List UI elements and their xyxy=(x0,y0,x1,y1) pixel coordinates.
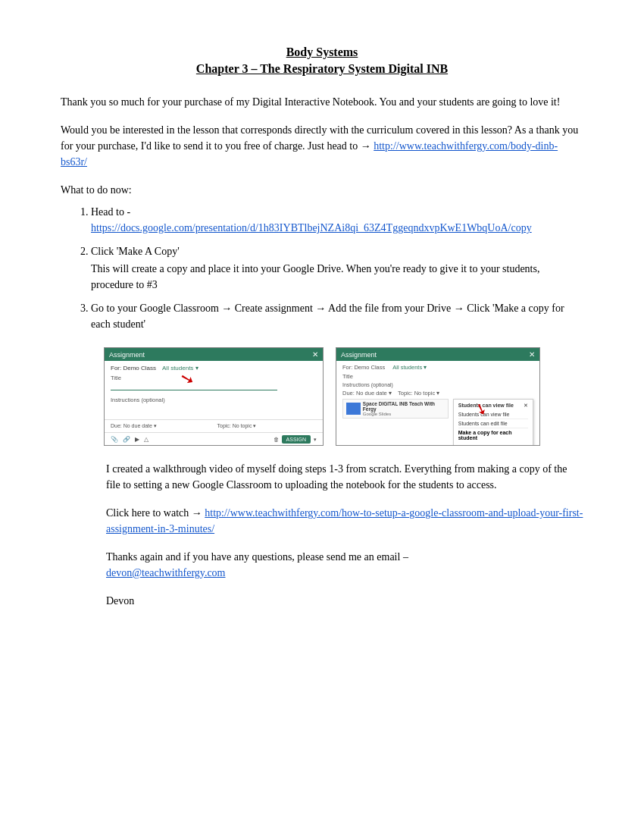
intro-paragraph1: Thank you so much for your purchase of m… xyxy=(61,94,583,110)
student-options-box: Students can view file ✕ Students can vi… xyxy=(453,399,533,446)
title-line1: Body Systems xyxy=(61,45,583,59)
thanks-paragraph: Thanks again and if you have any questio… xyxy=(106,549,583,581)
file-box: Space DIGITAL INB Teach With Fergy Googl… xyxy=(342,399,449,419)
ss-right-topic: Topic: No topic ▾ xyxy=(398,390,439,397)
ss-left-students: All students ▾ xyxy=(162,365,199,372)
signature: Devon xyxy=(106,593,583,609)
step2-label: Click 'Make A Copy' xyxy=(91,246,180,257)
ss-right-due: Due: No due date ▾ xyxy=(342,390,392,397)
ss-left-title-input[interactable] xyxy=(111,383,277,390)
step1-label: Head to - xyxy=(91,206,130,218)
ss-right-class-row: For: Demo Class All students ▾ xyxy=(342,364,533,371)
option2: Students can edit file xyxy=(458,419,528,428)
title-line2: Chapter 3 – The Respiratory System Digit… xyxy=(61,62,583,76)
ss-left-header: Assignment ✕ xyxy=(105,348,323,361)
link-icon: 🔗 xyxy=(123,436,130,443)
ss-left-class: For: Demo Class xyxy=(111,365,156,372)
student-options-close: ✕ xyxy=(524,403,528,409)
attach-icon: 📎 xyxy=(111,436,118,443)
student-options-title: Students can view file xyxy=(458,403,514,409)
video-section: I created a walkthrough video of myself … xyxy=(106,461,583,609)
thanks-text: Thanks again and if you have any questio… xyxy=(106,551,408,563)
ss-left-due: Due: No due date ▾ xyxy=(111,423,157,429)
ss-right-title-label: Title xyxy=(342,373,533,380)
ss-left-title-label: Title xyxy=(111,375,317,381)
ss-left-body: For: Demo Class All students ▾ Title Ins… xyxy=(105,361,323,419)
ss-right-title: Assignment xyxy=(341,351,377,359)
option1: Students can view file xyxy=(458,410,528,419)
ss-right-close: ✕ xyxy=(529,350,535,359)
step2-sub: This will create a copy and place it int… xyxy=(91,261,583,293)
step-1: Head to - https://docs.google.com/presen… xyxy=(91,204,583,236)
option3: Make a copy for each student xyxy=(458,428,528,442)
file-thumb xyxy=(346,403,361,415)
title-section: Body Systems Chapter 3 – The Respiratory… xyxy=(61,45,583,76)
file-info: Space DIGITAL INB Teach With Fergy Googl… xyxy=(363,401,445,416)
video-paragraph2: Click here to watch → http://www.teachwi… xyxy=(106,505,583,537)
intro-paragraph2: Would you be interested in the lesson th… xyxy=(61,122,583,170)
email-link[interactable]: devon@teachwithfergy.com xyxy=(106,567,226,578)
ss-left-arrow: ▾ xyxy=(314,437,317,443)
ss-right-file-area: Space DIGITAL INB Teach With Fergy Googl… xyxy=(342,399,533,446)
ss-right-class: For: Demo Class xyxy=(342,364,385,371)
step3-label: Go to your Google Classroom → Create ass… xyxy=(91,303,564,330)
screenshots-container: Assignment ✕ For: Demo Class All student… xyxy=(61,347,583,446)
student-options-header: Students can view file ✕ xyxy=(458,403,528,409)
ss-left-class-row: For: Demo Class All students ▾ xyxy=(111,365,317,372)
click-text: Click here to watch → xyxy=(106,507,202,519)
youtube-icon: ▶ xyxy=(135,436,139,443)
ss-left-icons: 📎 🔗 ▶ △ xyxy=(111,436,148,443)
ss-left-instructions-label: Instructions (optional) xyxy=(111,397,317,403)
ss-left-actions: 🗑 ASSIGN ▾ xyxy=(274,435,317,444)
ss-right-students: All students ▾ xyxy=(392,364,427,371)
ss-right-instructions: Instructions (optional) xyxy=(342,382,533,387)
ss-right-header: Assignment ✕ xyxy=(336,348,539,361)
ss-right-body: For: Demo Class All students ▾ Title Ins… xyxy=(336,361,539,446)
ss-left-title: Assignment xyxy=(109,351,145,359)
screenshot-left: Assignment ✕ For: Demo Class All student… xyxy=(104,347,324,446)
ss-left-assign-btn[interactable]: ASSIGN xyxy=(282,435,311,444)
drive-icon: △ xyxy=(144,436,148,443)
ss-left-topic: Topic: No topic ▾ xyxy=(217,423,256,429)
ss-left-footer: Due: No due date ▾ Topic: No topic ▾ xyxy=(105,419,323,432)
step1-link[interactable]: https://docs.google.com/presentation/d/1… xyxy=(91,222,532,234)
ss-left-delete: 🗑 xyxy=(274,437,279,442)
ss-left-close: ✕ xyxy=(312,350,318,359)
steps-list: Head to - https://docs.google.com/presen… xyxy=(91,204,583,332)
thanks-section: Thanks again and if you have any questio… xyxy=(106,549,583,609)
step-3: Go to your Google Classroom → Create ass… xyxy=(91,300,583,332)
what-to-do-label: What to do now: xyxy=(61,182,583,198)
ss-right-due-row: Due: No due date ▾ Topic: No topic ▾ xyxy=(342,390,533,397)
step-2: Click 'Make A Copy' This will create a c… xyxy=(91,243,583,293)
video-paragraph1: I created a walkthrough video of myself … xyxy=(106,461,583,493)
file-type: Google Slides xyxy=(363,412,445,416)
file-name: Space DIGITAL INB Teach With Fergy xyxy=(363,401,445,412)
screenshot-right: Assignment ✕ For: Demo Class All student… xyxy=(336,347,540,446)
